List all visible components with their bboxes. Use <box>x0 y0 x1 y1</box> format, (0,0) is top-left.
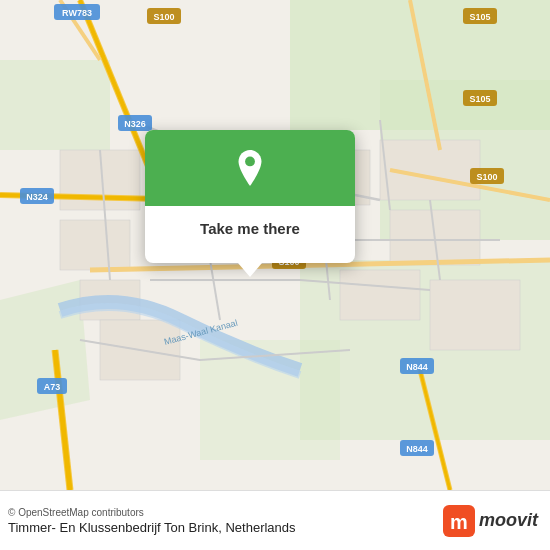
popup-green-header <box>145 130 355 206</box>
moovit-logo: m moovit <box>443 505 538 537</box>
popup-tail <box>238 263 262 277</box>
svg-text:N326: N326 <box>124 119 146 129</box>
bottom-left-info: © OpenStreetMap contributors Timmer- En … <box>8 507 296 535</box>
take-me-there-button[interactable]: Take me there <box>165 210 335 247</box>
svg-rect-2 <box>0 60 110 150</box>
location-popup: Take me there <box>145 130 355 263</box>
svg-text:A73: A73 <box>44 382 61 392</box>
svg-rect-14 <box>430 280 520 350</box>
moovit-icon: m <box>443 505 475 537</box>
moovit-brand-text: moovit <box>479 510 538 531</box>
svg-text:N324: N324 <box>26 192 48 202</box>
svg-text:RW783: RW783 <box>62 8 92 18</box>
location-pin-icon <box>232 150 268 186</box>
svg-text:N844: N844 <box>406 362 428 372</box>
svg-text:N844: N844 <box>406 444 428 454</box>
location-name: Timmer- En Klussenbedrijf Ton Brink, Net… <box>8 520 296 535</box>
svg-text:m: m <box>450 511 468 533</box>
svg-text:S100: S100 <box>153 12 174 22</box>
svg-text:S100: S100 <box>476 172 497 182</box>
svg-text:S105: S105 <box>469 12 490 22</box>
svg-text:S105: S105 <box>469 94 490 104</box>
bottom-bar: © OpenStreetMap contributors Timmer- En … <box>0 490 550 550</box>
svg-rect-13 <box>340 270 420 320</box>
map-container: RW783 N326 N324 S100 S100 S100 S105 S105… <box>0 0 550 490</box>
copyright-text: © OpenStreetMap contributors <box>8 507 296 518</box>
svg-point-39 <box>245 157 255 167</box>
svg-rect-7 <box>60 220 130 270</box>
